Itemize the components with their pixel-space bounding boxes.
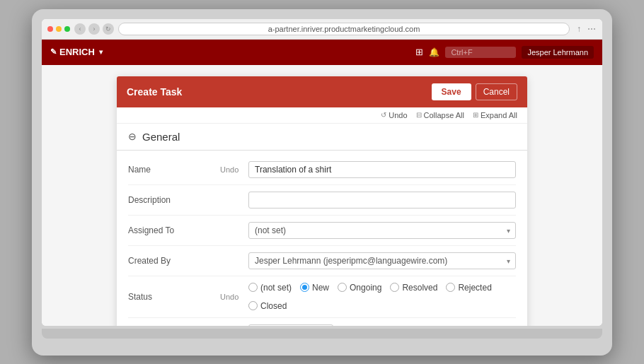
address-bar[interactable]: a-partner.inriver.productmarketingcloud.…	[118, 23, 570, 35]
created-by-row: Created By Jesper Lehrmann (jesperipmc@l…	[128, 246, 516, 276]
status-undo[interactable]: Undo	[220, 293, 248, 301]
browser-chrome: ‹ › ↻ a-partner.inriver.productmarketing…	[42, 19, 602, 40]
dialog-toolbar: ↺ Undo ⊟ Collapse All ⊞ Expand All	[117, 107, 527, 124]
collapse-icon: ⊟	[416, 111, 422, 119]
header-user[interactable]: Jesper Lehrmann	[522, 46, 594, 59]
back-button[interactable]: ‹	[74, 23, 86, 35]
browser-top-bar: ‹ › ↻ a-partner.inriver.productmarketing…	[42, 19, 602, 39]
name-field	[248, 161, 516, 178]
bell-icon[interactable]: 🔔	[429, 47, 439, 57]
description-label: Description	[128, 195, 220, 205]
dialog-header-actions: Save Cancel	[432, 83, 517, 100]
browser-nav: ‹ › ↻	[74, 23, 114, 35]
status-new-option[interactable]: New	[300, 283, 329, 293]
name-input[interactable]	[248, 161, 516, 178]
app-main: Create Task Save Cancel ↺ Undo	[42, 65, 602, 326]
status-closed-option[interactable]: Closed	[248, 301, 287, 311]
status-row: Status Undo (not set)	[128, 276, 516, 318]
browser-dots	[47, 26, 70, 32]
status-resolved-option[interactable]: Resolved	[390, 283, 437, 293]
status-not-set-label: (not set)	[260, 283, 292, 293]
status-resolved-radio[interactable]	[390, 283, 399, 292]
header-search-input[interactable]	[445, 47, 516, 58]
dialog-header: Create Task Save Cancel	[117, 76, 527, 107]
header-icons: ⊞ 🔔 Jesper Lehrmann	[415, 46, 594, 59]
collapse-action[interactable]: ⊟ Collapse All	[416, 111, 464, 119]
description-field	[248, 192, 516, 209]
form-body: Name Undo Description	[117, 151, 527, 326]
section-header: ⊖ General	[117, 124, 527, 151]
created-by-field: Jesper Lehrmann (jesperipmc@languagewire…	[248, 252, 516, 269]
status-label: Status	[128, 292, 220, 302]
due-date-field	[248, 324, 516, 326]
logo-dropdown-icon[interactable]: ▾	[99, 48, 103, 56]
status-rejected-radio[interactable]	[446, 283, 455, 292]
status-radio-group: (not set) New	[248, 283, 516, 311]
forward-button[interactable]: ›	[88, 23, 100, 35]
status-ongoing-label: Ongoing	[350, 283, 381, 293]
created-by-select[interactable]: Jesper Lehrmann (jesperipmc@languagewire…	[248, 252, 516, 269]
status-new-label: New	[312, 283, 329, 293]
status-ongoing-option[interactable]: Ongoing	[338, 283, 381, 293]
app-header: ✎ ENRICH ▾ ⊞ 🔔 Jesper Lehrmann	[42, 40, 602, 65]
section-title: General	[142, 131, 180, 143]
share-icon[interactable]: ↑	[574, 24, 584, 34]
laptop-screen: ‹ › ↻ a-partner.inriver.productmarketing…	[42, 19, 602, 326]
app-logo: ✎ ENRICH ▾	[50, 47, 103, 57]
app-container: ✎ ENRICH ▾ ⊞ 🔔 Jesper Lehrmann	[42, 40, 602, 326]
section-toggle[interactable]: ⊖	[128, 131, 137, 142]
status-not-set-option[interactable]: (not set)	[248, 283, 292, 293]
expand-action[interactable]: ⊞ Expand All	[473, 111, 517, 119]
undo-action[interactable]: ↺ Undo	[381, 111, 407, 119]
undo-icon: ↺	[381, 111, 386, 119]
assigned-to-row: Assigned To (not set) ▾	[128, 216, 516, 246]
assigned-to-select[interactable]: (not set)	[248, 222, 516, 239]
status-rejected-option[interactable]: Rejected	[446, 283, 491, 293]
created-by-label: Created By	[128, 256, 220, 266]
laptop-base	[42, 329, 602, 339]
assigned-to-label: Assigned To	[128, 225, 220, 235]
assigned-to-field: (not set) ▾	[248, 222, 516, 239]
grid-icon[interactable]: ⊞	[415, 47, 423, 57]
status-new-radio-inner	[302, 285, 307, 290]
created-by-wrapper: Jesper Lehrmann (jesperipmc@languagewire…	[248, 252, 516, 269]
status-closed-label: Closed	[260, 301, 287, 311]
description-input[interactable]	[248, 192, 516, 209]
status-field: (not set) New	[248, 283, 516, 311]
status-ongoing-radio[interactable]	[338, 283, 347, 292]
create-task-dialog: Create Task Save Cancel ↺ Undo	[117, 76, 527, 326]
description-row: Description	[128, 185, 516, 216]
close-dot[interactable]	[47, 26, 53, 32]
minimize-dot[interactable]	[56, 26, 62, 32]
name-label: Name	[128, 165, 220, 175]
reload-button[interactable]: ↻	[103, 23, 114, 35]
status-new-radio[interactable]	[300, 283, 309, 292]
browser-actions: ↑ ⋯	[574, 24, 597, 34]
save-button[interactable]: Save	[432, 83, 471, 100]
name-row: Name Undo	[128, 155, 516, 185]
menu-icon[interactable]: ⋯	[587, 24, 597, 34]
dialog-title: Create Task	[127, 86, 182, 98]
status-rejected-label: Rejected	[458, 283, 491, 293]
status-resolved-label: Resolved	[402, 283, 437, 293]
laptop-shell: ‹ › ↻ a-partner.inriver.productmarketing…	[32, 9, 612, 356]
due-date-input[interactable]	[248, 324, 333, 326]
maximize-dot[interactable]	[64, 26, 70, 32]
app-name: ENRICH	[59, 47, 95, 57]
due-date-row: Due Date	[128, 318, 516, 326]
status-closed-radio[interactable]	[248, 301, 258, 310]
enrich-icon: ✎	[50, 47, 57, 57]
assigned-to-wrapper: (not set) ▾	[248, 222, 516, 239]
name-undo[interactable]: Undo	[220, 165, 248, 174]
expand-icon: ⊞	[473, 111, 478, 119]
status-not-set-radio[interactable]	[248, 283, 258, 292]
cancel-button[interactable]: Cancel	[476, 83, 517, 100]
